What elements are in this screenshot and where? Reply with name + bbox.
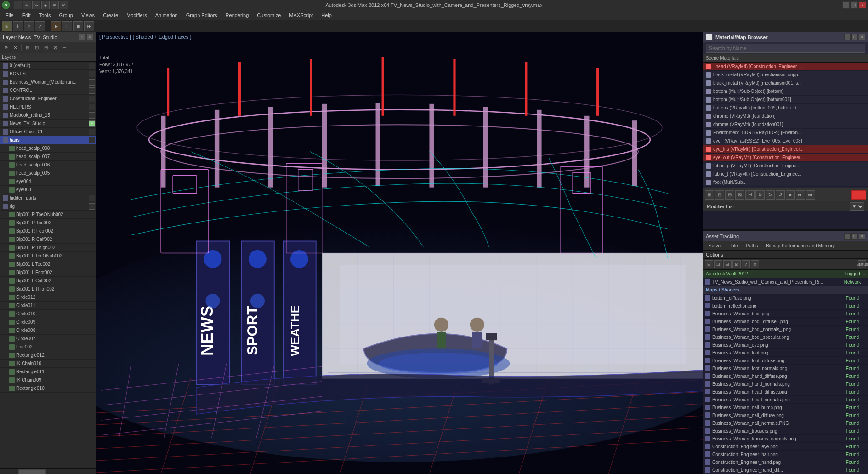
menu-modifiers[interactable]: Modifiers bbox=[123, 11, 151, 19]
toolbar-render2[interactable]: ⏸ bbox=[62, 21, 72, 31]
mat-item[interactable]: chrome (VRayMtl) [foundation001] bbox=[703, 120, 868, 129]
asset-item[interactable]: Business_Woman_head_diffuse.pngFound bbox=[703, 388, 868, 396]
mat-item[interactable]: black_metal (VRayMtl) [mechanism, supp..… bbox=[703, 71, 868, 79]
asset-item[interactable]: Business_Woman_nail_normals.PNGFound bbox=[703, 419, 868, 427]
layer-item[interactable]: Bip001 R Toe002 bbox=[0, 219, 96, 227]
layer-item[interactable]: Bip001 L Foot002 bbox=[0, 268, 96, 277]
asset-item[interactable]: Business_Woman_trousers.pngFound bbox=[703, 427, 868, 435]
at-tool-5[interactable]: ? bbox=[742, 260, 750, 268]
mod-btn-8[interactable]: ↺ bbox=[776, 190, 785, 200]
mat-item[interactable]: glass (VRayM... bbox=[703, 187, 868, 188]
layer-visibility-check[interactable] bbox=[89, 203, 95, 210]
layer-help-btn[interactable]: ? bbox=[79, 34, 85, 40]
layer-visibility-check[interactable] bbox=[89, 112, 95, 119]
layer-item[interactable]: Bip001 L Thigh002 bbox=[0, 285, 96, 293]
toolbar-icon-1[interactable]: □ bbox=[14, 1, 22, 9]
mod-btn-5[interactable]: ⊣ bbox=[745, 190, 755, 200]
layer-item[interactable]: Bip001 L Toe002 bbox=[0, 260, 96, 268]
layer-item[interactable]: head_scalp_005 bbox=[0, 169, 96, 177]
toolbar-icon-4[interactable]: ◈ bbox=[41, 1, 50, 9]
modifier-dropdown[interactable]: ▼ bbox=[850, 202, 864, 211]
asset-item[interactable]: Business_Woman_nail_diffuse.pngFound bbox=[703, 411, 868, 419]
asset-item[interactable]: Business_Woman_foot_normals.pngFound bbox=[703, 365, 868, 372]
layer-visibility-check[interactable] bbox=[89, 71, 95, 77]
toolbar-rotate[interactable]: ↻ bbox=[24, 21, 34, 31]
layer-item[interactable]: head_scalp_006 bbox=[0, 161, 96, 169]
menu-help[interactable]: Help bbox=[318, 11, 335, 19]
mod-btn-11[interactable]: ⏮ bbox=[806, 190, 815, 200]
layer-visibility-check[interactable] bbox=[89, 104, 95, 110]
toolbar-icon-3[interactable]: ↪ bbox=[32, 1, 40, 9]
layer-item[interactable]: BONES bbox=[0, 70, 96, 78]
asset-item[interactable]: Construction_Engineer_eye.pngFound bbox=[703, 443, 868, 451]
layer-item[interactable]: Bip001 R Foot002 bbox=[0, 227, 96, 235]
at-menu-bitmap[interactable]: Bitmap Performance and Memory bbox=[762, 243, 839, 249]
layer-item[interactable]: Construction_Engineer bbox=[0, 95, 96, 103]
maximize-btn[interactable]: □ bbox=[851, 1, 858, 9]
layer-item[interactable]: IK Chain009 bbox=[0, 376, 96, 384]
layer-item[interactable]: rig bbox=[0, 202, 96, 211]
layer-item[interactable]: Bip001 R ToeONub002 bbox=[0, 211, 96, 219]
layer-visibility-check[interactable] bbox=[89, 129, 95, 135]
mat-item[interactable]: fabric_p (VRayMtl) [Construction_Engine.… bbox=[703, 162, 868, 170]
asset-item[interactable]: bottom_diffuse.pngFound bbox=[703, 294, 868, 302]
asset-item[interactable]: Business_Woman_bodi_normals_.pngFound bbox=[703, 326, 868, 333]
layer-list[interactable]: 0 (default)BONESBusiness_Woman_(Mediterr… bbox=[0, 62, 96, 468]
mat-search-input[interactable] bbox=[706, 44, 865, 53]
layer-item[interactable]: Bip001 R Thigh002 bbox=[0, 244, 96, 252]
layer-item[interactable]: Bip001 L ToeONub002 bbox=[0, 252, 96, 260]
layer-item[interactable]: Circle012 bbox=[0, 293, 96, 302]
menu-graph-editors[interactable]: Graph Editors bbox=[182, 11, 221, 19]
layer-item[interactable]: head_scalp_008 bbox=[0, 144, 96, 153]
menu-views[interactable]: Views bbox=[78, 11, 98, 19]
asset-item[interactable]: Business_Woman_trousers_normals.pngFound bbox=[703, 435, 868, 443]
asset-item[interactable]: Construction_Engineer_hand_dif...Found bbox=[703, 466, 868, 474]
toolbar-icon-2[interactable]: ↩ bbox=[23, 1, 31, 9]
layer-item[interactable]: Circle010 bbox=[0, 310, 96, 318]
asset-item[interactable]: bottom_reflection.pngFound bbox=[703, 302, 868, 310]
layer-visibility-check[interactable] bbox=[89, 79, 95, 86]
layer-item[interactable]: Office_Chair_01 bbox=[0, 128, 96, 136]
asset-item[interactable]: Construction_Engineer_hair.pngFound bbox=[703, 451, 868, 458]
menu-file[interactable]: File bbox=[2, 11, 17, 19]
mat-item[interactable]: chrome (VRayMtl) [foundation] bbox=[703, 112, 868, 120]
layer-scrollbar-h[interactable] bbox=[0, 468, 96, 474]
menu-tools[interactable]: Tools bbox=[35, 11, 55, 19]
asset-item[interactable]: Construction_Engineer_hand.pngFound bbox=[703, 458, 868, 466]
at-menu-paths[interactable]: Paths bbox=[743, 243, 762, 249]
close-btn[interactable]: × bbox=[859, 1, 866, 9]
mat-item[interactable]: foot (Multi/Sub... bbox=[703, 178, 868, 187]
toolbar-render4[interactable]: ⏭ bbox=[84, 21, 94, 31]
menu-group[interactable]: Group bbox=[55, 11, 77, 19]
toolbar-scale[interactable]: ⤢ bbox=[35, 21, 45, 31]
layer-visibility-check[interactable] bbox=[89, 96, 95, 102]
layer-item[interactable]: head_scalp_007 bbox=[0, 153, 96, 161]
layer-tool-4[interactable]: ⊠ bbox=[51, 44, 59, 52]
layer-tool-new[interactable]: ⊕ bbox=[2, 44, 10, 52]
layer-item[interactable]: Rectangle011 bbox=[0, 368, 96, 376]
asset-item[interactable]: Business_Woman_hand_normals.pngFound bbox=[703, 380, 868, 388]
layer-item[interactable]: Rectangle012 bbox=[0, 351, 96, 360]
menu-edit[interactable]: Edit bbox=[18, 11, 34, 19]
mod-btn-2[interactable]: ⊡ bbox=[715, 190, 724, 200]
mat-item[interactable]: eye_ins (VRayMtl) [Construction_Engineer… bbox=[703, 145, 868, 154]
asset-item[interactable]: Business_Woman_foot_diffuse.pngFound bbox=[703, 357, 868, 365]
mat-item[interactable]: bottom (Multi/Sub-Object) [bottom] bbox=[703, 87, 868, 96]
menu-maxscript[interactable]: MAXScript bbox=[285, 11, 317, 19]
menu-create[interactable]: Create bbox=[99, 11, 122, 19]
at-tool-1[interactable]: ⊞ bbox=[705, 260, 713, 268]
layer-visibility-check[interactable]: ✓ bbox=[89, 120, 95, 127]
asset-file-row[interactable]: TV_News_Studio_with_Camera_and_Presenter… bbox=[703, 278, 868, 286]
mod-btn-1[interactable]: ⊞ bbox=[705, 190, 714, 200]
layer-item[interactable]: Macbook_retina_15 bbox=[0, 111, 96, 120]
asset-item[interactable]: Business_Woman_bodi.pngFound bbox=[703, 310, 868, 318]
menu-animation[interactable]: Animation bbox=[152, 11, 182, 19]
layer-item[interactable]: hairs bbox=[0, 136, 96, 144]
mat-search-bar[interactable] bbox=[703, 42, 868, 54]
toolbar-render[interactable]: ▶ bbox=[51, 21, 61, 31]
at-tool-3[interactable]: ⊟ bbox=[723, 260, 732, 268]
layer-item[interactable]: Circle007 bbox=[0, 335, 96, 343]
asset-item[interactable]: Business_Woman_foot.pngFound bbox=[703, 349, 868, 357]
layer-item[interactable]: Bip001 R Calf002 bbox=[0, 235, 96, 244]
layer-tool-3[interactable]: ⊟ bbox=[42, 44, 50, 52]
